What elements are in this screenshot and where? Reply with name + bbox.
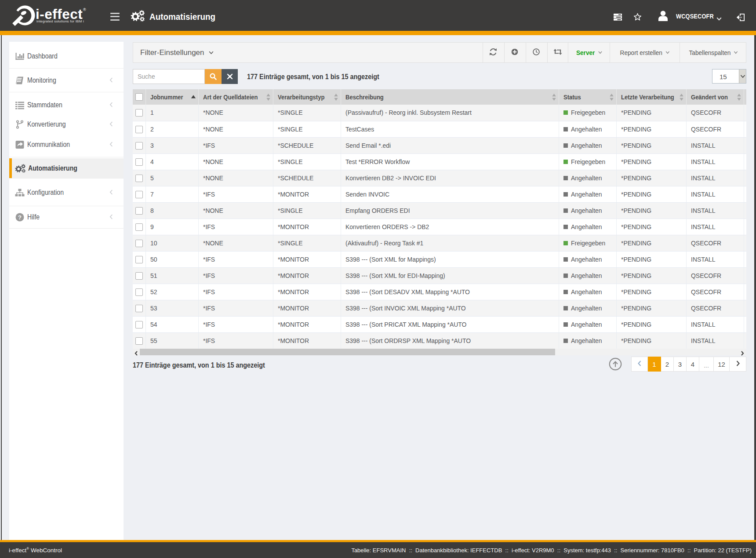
svg-text:?: ? [18, 214, 22, 220]
